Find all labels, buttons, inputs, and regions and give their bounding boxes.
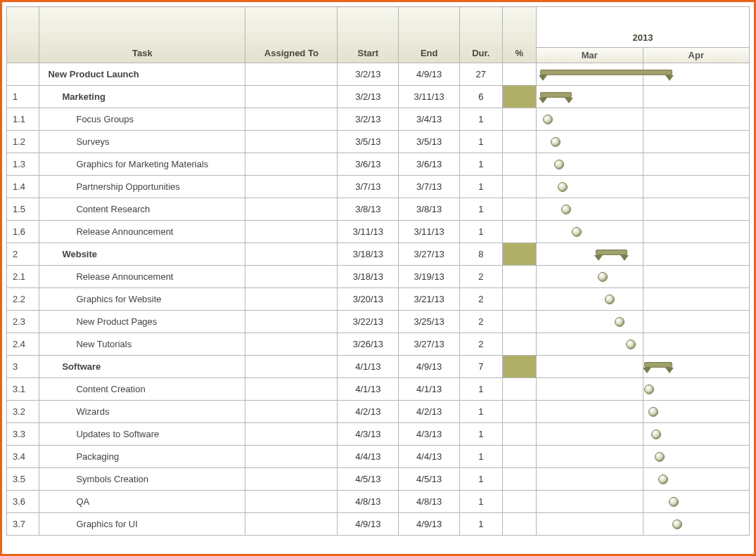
cell-start[interactable]: 3/2/13 [338, 108, 399, 131]
cell-assigned[interactable] [245, 131, 338, 153]
cell-duration[interactable]: 2 [460, 333, 503, 356]
cell-id[interactable]: 1 [7, 86, 39, 108]
cell-gantt[interactable] [537, 401, 750, 423]
cell-start[interactable]: 4/3/13 [338, 423, 399, 446]
cell-task[interactable]: New Tutorials [39, 333, 245, 356]
cell-assigned[interactable] [245, 333, 338, 356]
cell-id[interactable]: 1.5 [7, 198, 39, 221]
table-row[interactable]: 3.1Content Creation4/1/134/1/131 [7, 378, 750, 401]
cell-duration[interactable]: 1 [460, 108, 503, 131]
cell-id[interactable]: 3.2 [7, 401, 39, 423]
table-row[interactable]: 1.4Partnership Opportunities3/7/133/7/13… [7, 176, 750, 198]
cell-task[interactable]: Content Creation [39, 378, 245, 401]
col-header-end[interactable]: End [399, 7, 460, 63]
cell-end[interactable]: 3/7/13 [399, 176, 460, 198]
cell-duration[interactable]: 2 [460, 311, 503, 333]
cell-duration[interactable]: 1 [460, 153, 503, 176]
cell-start[interactable]: 4/8/13 [338, 491, 399, 513]
cell-end[interactable]: 3/25/13 [399, 311, 460, 333]
cell-end[interactable]: 3/6/13 [399, 153, 460, 176]
task-dot-icon[interactable] [651, 429, 661, 439]
cell-percent[interactable] [502, 131, 536, 153]
cell-gantt[interactable] [537, 333, 750, 356]
cell-id[interactable]: 2.1 [7, 266, 39, 288]
cell-gantt[interactable] [537, 108, 750, 131]
task-dot-icon[interactable] [554, 160, 564, 169]
cell-start[interactable]: 3/22/13 [338, 311, 399, 333]
cell-percent[interactable] [502, 491, 536, 513]
task-dot-icon[interactable] [605, 295, 615, 304]
cell-gantt[interactable] [537, 176, 750, 198]
cell-duration[interactable]: 1 [460, 221, 503, 243]
cell-task[interactable]: Release Announcement [39, 221, 245, 243]
cell-percent[interactable] [502, 221, 536, 243]
cell-start[interactable]: 4/9/13 [338, 513, 399, 536]
cell-task[interactable]: Surveys [39, 131, 245, 153]
task-dot-icon[interactable] [558, 182, 568, 192]
summary-bar-icon[interactable] [540, 70, 672, 75]
cell-end[interactable]: 4/9/13 [399, 356, 460, 378]
cell-id[interactable]: 1.6 [7, 221, 39, 243]
cell-gantt[interactable] [537, 221, 750, 243]
cell-assigned[interactable] [245, 491, 338, 513]
cell-id[interactable]: 1.1 [7, 108, 39, 131]
cell-id[interactable]: 3.3 [7, 423, 39, 446]
cell-gantt[interactable] [537, 356, 750, 378]
cell-gantt[interactable] [537, 446, 750, 468]
task-dot-icon[interactable] [626, 340, 636, 349]
table-row[interactable]: 2Website3/18/133/27/138 [7, 243, 750, 266]
cell-task[interactable]: Graphics for Website [39, 288, 245, 311]
cell-duration[interactable]: 2 [460, 266, 503, 288]
cell-start[interactable]: 3/2/13 [338, 86, 399, 108]
cell-percent[interactable] [502, 176, 536, 198]
cell-percent[interactable] [502, 356, 536, 378]
cell-start[interactable]: 3/18/13 [338, 243, 399, 266]
cell-end[interactable]: 3/5/13 [399, 131, 460, 153]
summary-bar-icon[interactable] [540, 92, 572, 98]
cell-start[interactable]: 4/1/13 [338, 356, 399, 378]
cell-id[interactable]: 2 [7, 243, 39, 266]
summary-bar-icon[interactable] [644, 362, 672, 368]
cell-task[interactable]: Graphics for Marketing Materials [39, 153, 245, 176]
cell-percent[interactable] [502, 311, 536, 333]
cell-duration[interactable]: 1 [460, 198, 503, 221]
cell-end[interactable]: 4/4/13 [399, 446, 460, 468]
cell-gantt[interactable] [537, 288, 750, 311]
cell-end[interactable]: 3/21/13 [399, 288, 460, 311]
cell-gantt[interactable] [537, 266, 750, 288]
table-row[interactable]: 3.4Packaging4/4/134/4/131 [7, 446, 750, 468]
cell-gantt[interactable] [537, 378, 750, 401]
cell-gantt[interactable] [537, 468, 750, 491]
timeline-month-mar[interactable]: Mar [537, 48, 643, 63]
cell-end[interactable]: 3/27/13 [399, 243, 460, 266]
cell-percent[interactable] [502, 513, 536, 536]
table-row[interactable]: New Product Launch3/2/134/9/1327 [7, 63, 750, 86]
cell-assigned[interactable] [245, 311, 338, 333]
cell-task[interactable]: Website [39, 243, 245, 266]
cell-task[interactable]: Marketing [39, 86, 245, 108]
summary-bar-icon[interactable] [596, 250, 627, 255]
cell-assigned[interactable] [245, 513, 338, 536]
table-row[interactable]: 1Marketing3/2/133/11/136 [7, 86, 750, 108]
cell-end[interactable]: 4/2/13 [399, 401, 460, 423]
cell-percent[interactable] [502, 401, 536, 423]
table-row[interactable]: 2.4New Tutorials3/26/133/27/132 [7, 333, 750, 356]
cell-duration[interactable]: 8 [460, 243, 503, 266]
cell-task[interactable]: Updates to Software [39, 423, 245, 446]
table-row[interactable]: 1.6Release Announcement3/11/133/11/131 [7, 221, 750, 243]
table-row[interactable]: 3.6QA4/8/134/8/131 [7, 491, 750, 513]
task-dot-icon[interactable] [561, 205, 571, 214]
cell-id[interactable] [7, 63, 39, 86]
cell-end[interactable]: 4/8/13 [399, 491, 460, 513]
table-row[interactable]: 3.5Symbols Creation4/5/134/5/131 [7, 468, 750, 491]
cell-duration[interactable]: 1 [460, 131, 503, 153]
cell-start[interactable]: 3/18/13 [338, 266, 399, 288]
timeline-month-apr[interactable]: Apr [643, 48, 749, 63]
col-header-dur[interactable]: Dur. [460, 7, 503, 63]
cell-start[interactable]: 3/5/13 [338, 131, 399, 153]
cell-gantt[interactable] [537, 198, 750, 221]
cell-duration[interactable]: 1 [460, 446, 503, 468]
cell-task[interactable]: New Product Launch [39, 63, 245, 86]
table-row[interactable]: 3.3Updates to Software4/3/134/3/131 [7, 423, 750, 446]
cell-id[interactable]: 3.5 [7, 468, 39, 491]
